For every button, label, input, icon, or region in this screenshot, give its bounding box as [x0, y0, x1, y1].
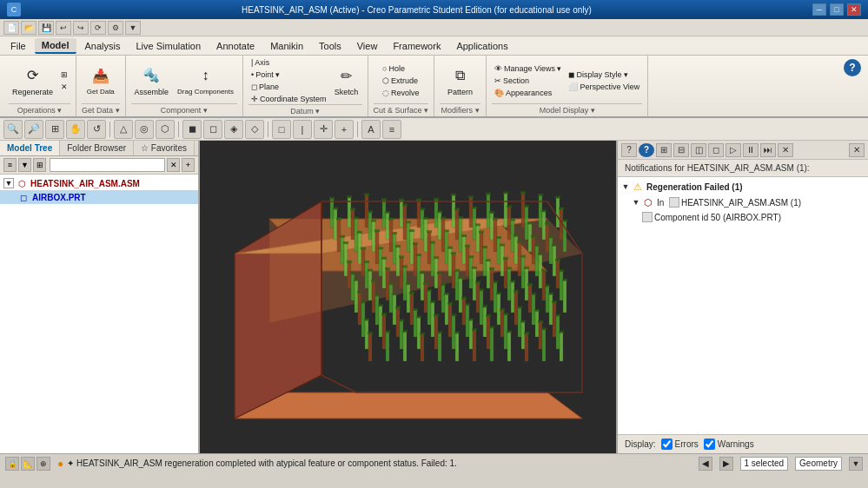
- menu-annotate[interactable]: Annotate: [209, 39, 262, 53]
- coord-sys-button[interactable]: ✛: [314, 120, 333, 139]
- regenerate-button[interactable]: ⟳ Regenerate: [9, 63, 56, 98]
- nav-next-button[interactable]: ▶: [719, 457, 733, 471]
- notif-btn3[interactable]: ⊟: [673, 143, 689, 157]
- plane-button[interactable]: ◻ Plane: [248, 82, 329, 92]
- notif-btn6[interactable]: ▷: [726, 143, 741, 157]
- layers-button[interactable]: ≡: [382, 120, 401, 139]
- tree-expand-root[interactable]: ▼: [3, 178, 14, 188]
- notif-expand-2[interactable]: ▼: [632, 198, 640, 207]
- close-button[interactable]: ✕: [847, 3, 861, 16]
- appearances-button[interactable]: 🎨 Appearances: [492, 88, 564, 98]
- maximize-button[interactable]: □: [830, 3, 844, 16]
- tree-add-button[interactable]: +: [182, 158, 195, 172]
- menu-file[interactable]: File: [3, 39, 33, 53]
- tree-filter-button[interactable]: ▼: [18, 158, 31, 172]
- more-button[interactable]: ▼: [125, 21, 141, 35]
- notif-help-button[interactable]: ?: [621, 143, 637, 157]
- save-button[interactable]: 💾: [38, 21, 54, 35]
- tab-model-tree[interactable]: Model Tree: [0, 141, 60, 155]
- notif-info-button[interactable]: ?: [639, 143, 654, 157]
- menu-model[interactable]: Model: [35, 38, 76, 54]
- operations-btn2[interactable]: ✕: [58, 82, 70, 92]
- notif-btn9[interactable]: ✕: [778, 143, 793, 157]
- get-data-button[interactable]: 📥 Get Data: [83, 63, 118, 97]
- tree-item-root[interactable]: ▼ ⬡ HEATSINK_AIR_ASM.ASM: [0, 176, 198, 190]
- extrude-button[interactable]: ⬡ Extrude: [380, 76, 422, 86]
- notif-btn2[interactable]: ⊞: [656, 143, 672, 157]
- menu-analysis[interactable]: Analysis: [78, 39, 128, 53]
- regenerate-quick-button[interactable]: ⟳: [90, 21, 106, 35]
- notif-item-in-asm[interactable]: ▼ ⬡ In HEATSINK_AIR_ASM.ASM (1): [618, 195, 868, 210]
- menu-live-simulation[interactable]: Live Simulation: [129, 39, 208, 53]
- pattern-button[interactable]: ⧉ Pattern: [444, 63, 476, 98]
- menu-tools[interactable]: Tools: [312, 39, 348, 53]
- zoom-out-button[interactable]: 🔎: [24, 120, 43, 139]
- tree-search-button[interactable]: ✕: [167, 158, 180, 172]
- no-hidden-button[interactable]: ◇: [245, 120, 264, 139]
- notif-btn4[interactable]: ◫: [691, 143, 706, 157]
- perspective-button[interactable]: ⬜ Perspective View: [566, 82, 642, 92]
- notif-item-regen-failed[interactable]: ▼ ⚠ Regeneration Failed (1): [618, 179, 868, 195]
- axis-button[interactable]: | Axis: [248, 57, 329, 68]
- redo-button[interactable]: ↪: [73, 21, 89, 35]
- tree-search-input[interactable]: [50, 158, 165, 172]
- assemble-button[interactable]: 🔩 Assemble: [131, 63, 173, 98]
- datum-planes-button[interactable]: □: [272, 120, 291, 139]
- tree-item-airbox[interactable]: ◻ AIRBOX.PRT: [0, 190, 198, 204]
- pan-button[interactable]: ✋: [66, 120, 85, 139]
- shade-button[interactable]: ◼: [182, 120, 202, 139]
- notif-btn5[interactable]: ◻: [708, 143, 724, 157]
- hidden-lines-button[interactable]: ◈: [224, 120, 243, 139]
- section-button[interactable]: ✂ Section: [492, 76, 564, 86]
- tree-expand-all-button[interactable]: ⊞: [33, 158, 46, 172]
- point-button[interactable]: • Point ▾: [248, 69, 329, 80]
- open-button[interactable]: 📂: [21, 21, 36, 35]
- menu-manikin[interactable]: Manikin: [263, 39, 310, 53]
- datum-axes-button[interactable]: |: [293, 120, 312, 139]
- notif-expand-1[interactable]: ▼: [621, 182, 630, 191]
- tree-settings-button[interactable]: ≡: [3, 158, 17, 172]
- spin-center-button[interactable]: +: [335, 120, 354, 139]
- notif-item-component[interactable]: Component id 50 (AIRBOX.PRT): [618, 210, 868, 224]
- notif-warnings-checkbox[interactable]: Warnings: [704, 439, 754, 450]
- settings-button[interactable]: ⚙: [108, 21, 123, 35]
- status-icon-1[interactable]: 🔒: [5, 457, 19, 471]
- menu-applications[interactable]: Applications: [449, 39, 514, 53]
- status-icon-2[interactable]: 📐: [21, 457, 35, 471]
- warnings-checkbox-input[interactable]: [704, 439, 715, 450]
- minimize-button[interactable]: ─: [812, 3, 826, 16]
- display-style-button[interactable]: ◼ Display Style ▾: [566, 69, 642, 80]
- manage-views-button[interactable]: 👁 Manage Views ▾: [492, 63, 564, 74]
- operations-btn1[interactable]: ⊞: [58, 69, 70, 80]
- errors-checkbox-input[interactable]: [661, 439, 673, 450]
- fit-button[interactable]: ⊞: [45, 120, 64, 139]
- notif-close-button[interactable]: ✕: [849, 143, 865, 157]
- model-viewport-svg: [217, 149, 600, 445]
- annotations-button[interactable]: A: [361, 120, 381, 139]
- revolve-button[interactable]: ◌ Revolve: [380, 88, 422, 98]
- rotate-button[interactable]: ↺: [87, 120, 106, 139]
- menu-framework[interactable]: Framework: [386, 39, 447, 53]
- new-button[interactable]: 📄: [3, 21, 19, 35]
- zoom-in-button[interactable]: 🔍: [3, 120, 23, 139]
- help-button[interactable]: ?: [844, 59, 861, 76]
- orient-button[interactable]: △: [114, 120, 133, 139]
- notif-btn8[interactable]: ⏭: [760, 143, 776, 157]
- wireframe-button[interactable]: ◻: [203, 120, 222, 139]
- undo-button[interactable]: ↩: [56, 21, 71, 35]
- drag-components-button[interactable]: ↕ Drag Components: [174, 63, 237, 97]
- hole-button[interactable]: ○ Hole: [380, 63, 422, 74]
- menu-view[interactable]: View: [350, 39, 385, 53]
- nav-prev-button[interactable]: ◀: [699, 457, 712, 471]
- coord-system-button[interactable]: ✛ Coordinate System: [248, 94, 329, 104]
- viewport[interactable]: // Draw heatsink fins const svgNS = "htt…: [200, 141, 616, 453]
- tab-favorites[interactable]: ☆ Favorites: [134, 141, 195, 155]
- status-icon-3[interactable]: ⊕: [36, 457, 50, 471]
- spin-button[interactable]: ◎: [135, 120, 154, 139]
- geometry-dropdown[interactable]: ▼: [849, 457, 863, 471]
- tab-folder-browser[interactable]: Folder Browser: [60, 141, 134, 155]
- notif-btn7[interactable]: ⏸: [743, 143, 759, 157]
- view3d-button[interactable]: ⬡: [156, 120, 175, 139]
- notif-errors-checkbox[interactable]: Errors: [661, 439, 699, 450]
- sketch-button[interactable]: ✏ Sketch: [331, 63, 362, 98]
